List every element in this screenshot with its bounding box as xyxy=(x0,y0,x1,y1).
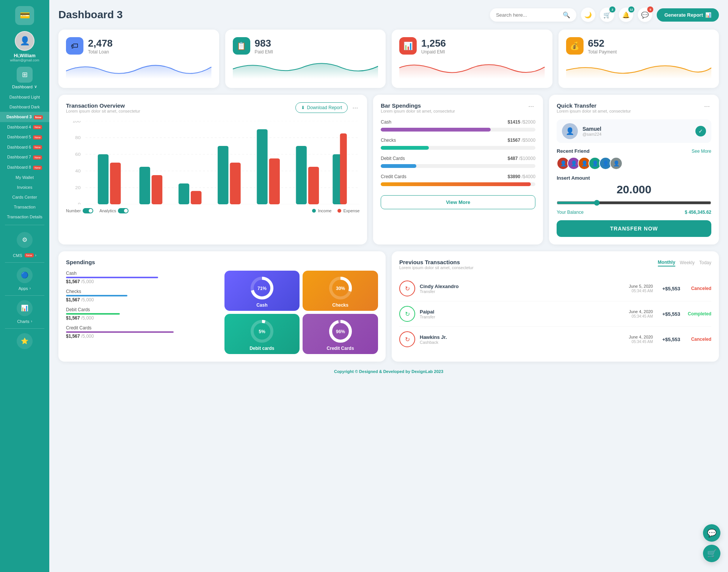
bell-btn[interactable]: 🔔 12 xyxy=(619,8,633,22)
sidebar-item-transaction[interactable]: Transaction xyxy=(0,202,49,212)
svg-rect-25 xyxy=(218,146,228,204)
qt-more-button[interactable]: ··· xyxy=(703,102,711,110)
dark-mode-btn[interactable]: 🌙 xyxy=(581,8,595,22)
prev-trans-subtitle: Lorem ipsum dolor sit amet, consectetur xyxy=(399,265,474,270)
sidebar-item-dashboard-7[interactable]: Dashboard 7 New xyxy=(0,152,49,162)
fab-support-button[interactable]: 💬 xyxy=(703,524,720,542)
view-more-button[interactable]: View More xyxy=(381,195,535,209)
sidebar-item-dashboard-dark[interactable]: Dashboard Dark xyxy=(0,102,49,112)
spendings-debit: Debit Cards $1,567 /5,000 xyxy=(66,307,220,321)
tab-today[interactable]: Today xyxy=(699,259,711,266)
sidebar-charts-section[interactable]: Charts › xyxy=(17,319,32,324)
credit-bar-fill xyxy=(381,182,531,186)
stat-card-unpaid-emi: 📊 1,256 Unpaid EMI xyxy=(392,30,552,88)
debit-bar xyxy=(381,164,535,168)
sidebar-apps-section[interactable]: Apps › xyxy=(19,286,31,291)
generate-report-button[interactable]: Generate Report 📊 xyxy=(657,8,719,22)
sidebar-item-dashboard-3[interactable]: Dashboard 3 New xyxy=(0,112,49,122)
sidebar-charts-icon[interactable]: 📊 xyxy=(17,300,33,316)
trans-date-2: June 4, 202005:34:45 AM xyxy=(629,309,653,318)
balance-row: Your Balance $ 456,345.62 xyxy=(557,210,711,215)
fab-cart-button[interactable]: 🛒 xyxy=(703,545,720,562)
sidebar-apps-icon[interactable]: 🔵 xyxy=(17,267,33,283)
sidebar-star-icon[interactable]: ⭐ xyxy=(17,333,33,349)
qt-avatar: 👤 xyxy=(562,123,578,139)
sidebar-item-dashboard-5[interactable]: Dashboard 5 New xyxy=(0,132,49,142)
trans-icon-2: ↻ xyxy=(399,306,415,322)
trans-name-2: Paipal xyxy=(420,309,435,315)
svg-text:80: 80 xyxy=(75,135,81,140)
trans-type-3: Cashback xyxy=(420,340,447,345)
more-options-button[interactable]: ··· xyxy=(351,104,359,112)
spending-row-debit: Debit Cards $487 /$10000 xyxy=(381,156,535,168)
see-more-button[interactable]: See More xyxy=(692,149,711,154)
spendings-credit-value: $1,567 /5,000 xyxy=(66,334,220,339)
bar-spendings-more-button[interactable]: ··· xyxy=(527,102,535,110)
analytics-toggle[interactable] xyxy=(118,208,129,213)
trans-time-2: 05:34:45 AM xyxy=(632,314,653,318)
qt-check-icon: ✓ xyxy=(695,126,706,136)
sidebar-dashboard-icon[interactable]: ⊞ xyxy=(17,67,33,83)
transaction-overview-title: Transaction Overview xyxy=(66,102,140,109)
friend-avatar-6[interactable]: 👤 xyxy=(610,157,623,170)
qt-profile: 👤 Samuel @sam224 ✓ xyxy=(557,119,711,143)
sidebar-item-dashboard-light[interactable]: Dashboard Light xyxy=(0,92,49,102)
spendings-cash-label: Cash xyxy=(66,271,220,276)
sidebar-item-invoices[interactable]: Invoices xyxy=(0,182,49,192)
spendings-cash: Cash $1,567 /5,000 xyxy=(66,271,220,284)
spendings-checks: Checks $1,567 /5,000 xyxy=(66,289,220,302)
sidebar-item-dashboard-4[interactable]: Dashboard 4 New xyxy=(0,122,49,132)
sidebar-item-dashboard-8[interactable]: Dashboard 8 New xyxy=(0,162,49,172)
cart-btn[interactable]: 🛒 2 xyxy=(600,8,614,22)
spendings-debit-value: $1,567 /5,000 xyxy=(66,315,220,321)
spendings-checks-label: Checks xyxy=(66,289,220,294)
svg-text:100: 100 xyxy=(72,121,81,124)
sidebar-cms-section[interactable]: CMS New › xyxy=(13,253,36,258)
sidebar-logo[interactable]: 💳 xyxy=(15,6,34,25)
amount-slider[interactable] xyxy=(557,200,711,206)
analytics-label: Analytics xyxy=(99,208,116,213)
msg-btn[interactable]: 💬 5 xyxy=(638,8,652,22)
total-payment-number: 652 xyxy=(588,38,617,49)
legend-number: Number xyxy=(66,208,93,213)
spending-row-cash: Cash $1415 /$2000 xyxy=(381,119,535,132)
download-report-button[interactable]: ⬇ Download Report xyxy=(295,102,348,113)
svg-rect-23 xyxy=(179,183,189,204)
debit-donut-chart: 5% xyxy=(250,319,274,343)
trans-status-3: Canceled xyxy=(685,337,711,342)
sidebar-item-cards-center[interactable]: Cards Center xyxy=(0,192,49,202)
sidebar-item-transaction-details[interactable]: Transaction Details xyxy=(0,212,49,222)
svg-rect-19 xyxy=(98,154,108,204)
sidebar-item-dashboard-6[interactable]: Dashboard 6 New xyxy=(0,142,49,152)
trans-amount-1: +$5,553 xyxy=(657,286,680,291)
generate-report-label: Generate Report xyxy=(664,12,703,18)
paid-emi-label: Paid EMI xyxy=(255,49,273,55)
debit-tile: 5% Debit cards xyxy=(224,314,300,354)
friends-avatars: 👤 👤 👤 👤 👤 👤 xyxy=(557,157,711,170)
transfer-now-button[interactable]: TRANSFER NOW xyxy=(557,220,711,237)
footer-brand: DexignLab xyxy=(411,369,433,374)
sidebar-cms-icon[interactable]: ⚙ xyxy=(17,232,33,248)
search-input[interactable] xyxy=(496,12,560,18)
tab-monthly[interactable]: Monthly xyxy=(658,259,675,266)
svg-text:60: 60 xyxy=(75,152,81,157)
download-report-label: Download Report xyxy=(307,105,342,110)
trans-date-1: June 5, 202005:34:45 AM xyxy=(629,284,653,293)
svg-rect-21 xyxy=(140,167,150,204)
svg-text:40: 40 xyxy=(75,169,81,174)
cash-donut-chart: 71% xyxy=(250,276,274,300)
qt-contact-info: Samuel @sam224 xyxy=(582,126,601,136)
search-box[interactable]: 🔍 xyxy=(490,8,576,22)
tab-weekly[interactable]: Weekly xyxy=(680,259,695,266)
sidebar-dashboard-label[interactable]: Dashboard ∨ xyxy=(12,84,37,89)
number-toggle[interactable] xyxy=(83,208,93,213)
trans-type-1: Transfer xyxy=(420,289,459,294)
credit-label: Credit Cards xyxy=(381,174,406,179)
sidebar-item-my-wallet[interactable]: My Wallet xyxy=(0,172,49,182)
stat-cards: 🏷 2,478 Total Loan 📋 983 Paid EMI xyxy=(58,30,719,88)
checks-amount: $1567 xyxy=(508,138,520,143)
qt-subtitle: Lorem ipsum dolor sit amet, consectetur xyxy=(557,109,631,113)
spendings-categories: Cash $1,567 /5,000 Checks $1,567 /5,000 … xyxy=(66,271,220,354)
paid-emi-number: 983 xyxy=(255,38,273,49)
qt-title: Quick Transfer xyxy=(557,102,631,109)
